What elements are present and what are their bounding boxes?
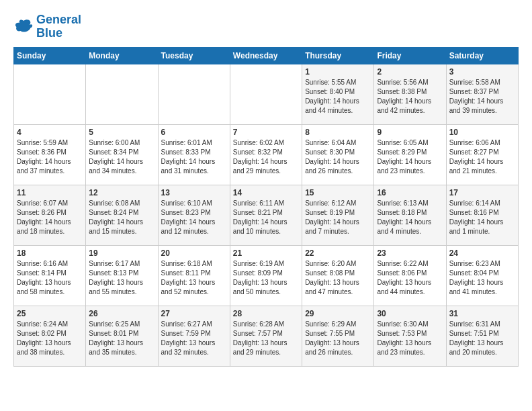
day-info: Sunrise: 6:08 AM Sunset: 8:24 PM Dayligh… <box>89 199 154 236</box>
calendar-cell: 5Sunrise: 6:00 AM Sunset: 8:34 PM Daylig… <box>86 124 158 185</box>
day-number: 28 <box>233 309 299 318</box>
calendar-cell: 28Sunrise: 6:28 AM Sunset: 7:57 PM Dayli… <box>230 306 302 366</box>
day-info: Sunrise: 6:30 AM Sunset: 7:53 PM Dayligh… <box>377 320 443 357</box>
calendar-cell: 10Sunrise: 6:06 AM Sunset: 8:27 PM Dayli… <box>446 124 518 185</box>
day-info: Sunrise: 6:13 AM Sunset: 8:18 PM Dayligh… <box>377 199 443 236</box>
calendar-body: 1Sunrise: 5:55 AM Sunset: 8:40 PM Daylig… <box>14 64 519 366</box>
calendar-cell <box>158 64 230 124</box>
calendar-cell: 9Sunrise: 6:05 AM Sunset: 8:29 PM Daylig… <box>374 124 446 185</box>
calendar-cell: 1Sunrise: 5:55 AM Sunset: 8:40 PM Daylig… <box>302 64 374 124</box>
day-info: Sunrise: 6:19 AM Sunset: 8:09 PM Dayligh… <box>233 259 299 297</box>
calendar-cell: 18Sunrise: 6:16 AM Sunset: 8:14 PM Dayli… <box>14 245 86 306</box>
calendar-cell: 7Sunrise: 6:02 AM Sunset: 8:32 PM Daylig… <box>230 124 302 185</box>
day-number: 27 <box>161 309 227 318</box>
calendar-cell: 16Sunrise: 6:13 AM Sunset: 8:18 PM Dayli… <box>374 185 446 245</box>
day-info: Sunrise: 6:18 AM Sunset: 8:11 PM Dayligh… <box>161 259 227 297</box>
day-number: 30 <box>377 309 443 318</box>
day-info: Sunrise: 6:22 AM Sunset: 8:06 PM Dayligh… <box>377 259 443 297</box>
day-number: 4 <box>17 128 83 137</box>
calendar-cell: 3Sunrise: 5:58 AM Sunset: 8:37 PM Daylig… <box>446 64 518 124</box>
day-info: Sunrise: 6:24 AM Sunset: 8:02 PM Dayligh… <box>17 320 83 357</box>
day-info: Sunrise: 6:20 AM Sunset: 8:08 PM Dayligh… <box>305 259 371 297</box>
day-info: Sunrise: 6:29 AM Sunset: 7:55 PM Dayligh… <box>305 320 371 357</box>
day-info: Sunrise: 6:27 AM Sunset: 7:59 PM Dayligh… <box>161 320 227 357</box>
day-info: Sunrise: 6:25 AM Sunset: 8:01 PM Dayligh… <box>89 320 154 357</box>
day-number: 12 <box>89 188 154 197</box>
calendar-cell: 2Sunrise: 5:56 AM Sunset: 8:38 PM Daylig… <box>374 64 446 124</box>
day-info: Sunrise: 6:11 AM Sunset: 8:21 PM Dayligh… <box>233 199 299 236</box>
calendar-cell: 21Sunrise: 6:19 AM Sunset: 8:09 PM Dayli… <box>230 245 302 306</box>
day-number: 31 <box>449 309 515 318</box>
calendar-header-saturday: Saturday <box>446 47 518 64</box>
calendar-cell: 4Sunrise: 5:59 AM Sunset: 8:36 PM Daylig… <box>14 124 86 185</box>
day-info: Sunrise: 6:04 AM Sunset: 8:30 PM Dayligh… <box>305 138 371 176</box>
day-info: Sunrise: 6:17 AM Sunset: 8:13 PM Dayligh… <box>89 259 154 297</box>
day-info: Sunrise: 5:55 AM Sunset: 8:40 PM Dayligh… <box>305 78 371 116</box>
calendar-week-row: 25Sunrise: 6:24 AM Sunset: 8:02 PM Dayli… <box>14 306 519 366</box>
day-number: 2 <box>377 67 443 77</box>
day-number: 18 <box>17 248 83 258</box>
calendar-cell: 29Sunrise: 6:29 AM Sunset: 7:55 PM Dayli… <box>302 306 374 366</box>
calendar-table: SundayMondayTuesdayWednesdayThursdayFrid… <box>13 47 519 367</box>
calendar-cell: 11Sunrise: 6:07 AM Sunset: 8:26 PM Dayli… <box>14 185 86 245</box>
day-info: Sunrise: 6:01 AM Sunset: 8:33 PM Dayligh… <box>161 138 227 176</box>
calendar-header-friday: Friday <box>374 47 446 64</box>
calendar-cell: 26Sunrise: 6:25 AM Sunset: 8:01 PM Dayli… <box>86 306 158 366</box>
calendar-cell <box>86 64 158 124</box>
day-number: 23 <box>377 248 443 258</box>
calendar-cell: 25Sunrise: 6:24 AM Sunset: 8:02 PM Dayli… <box>14 306 86 366</box>
day-info: Sunrise: 6:14 AM Sunset: 8:16 PM Dayligh… <box>449 199 515 236</box>
day-number: 13 <box>161 188 227 197</box>
calendar-cell: 27Sunrise: 6:27 AM Sunset: 7:59 PM Dayli… <box>158 306 230 366</box>
calendar-cell <box>230 64 302 124</box>
calendar-cell: 17Sunrise: 6:14 AM Sunset: 8:16 PM Dayli… <box>446 185 518 245</box>
day-info: Sunrise: 6:07 AM Sunset: 8:26 PM Dayligh… <box>17 199 83 236</box>
day-info: Sunrise: 6:16 AM Sunset: 8:14 PM Dayligh… <box>17 259 83 297</box>
calendar-week-row: 4Sunrise: 5:59 AM Sunset: 8:36 PM Daylig… <box>14 124 519 185</box>
calendar-header-sunday: Sunday <box>14 47 86 64</box>
day-number: 11 <box>17 188 83 197</box>
day-number: 6 <box>161 128 227 137</box>
calendar-header-tuesday: Tuesday <box>158 47 230 64</box>
day-info: Sunrise: 6:06 AM Sunset: 8:27 PM Dayligh… <box>449 138 515 176</box>
day-number: 24 <box>449 248 515 258</box>
day-number: 17 <box>449 188 515 197</box>
day-number: 7 <box>233 128 299 137</box>
day-info: Sunrise: 6:31 AM Sunset: 7:51 PM Dayligh… <box>449 320 515 357</box>
day-info: Sunrise: 6:12 AM Sunset: 8:19 PM Dayligh… <box>305 199 371 236</box>
day-info: Sunrise: 5:56 AM Sunset: 8:38 PM Dayligh… <box>377 78 443 116</box>
logo: General Blue <box>13 13 81 40</box>
day-info: Sunrise: 5:58 AM Sunset: 8:37 PM Dayligh… <box>449 78 515 116</box>
calendar-header-row: SundayMondayTuesdayWednesdayThursdayFrid… <box>14 47 519 64</box>
calendar-cell: 12Sunrise: 6:08 AM Sunset: 8:24 PM Dayli… <box>86 185 158 245</box>
calendar-cell: 23Sunrise: 6:22 AM Sunset: 8:06 PM Dayli… <box>374 245 446 306</box>
calendar-cell: 15Sunrise: 6:12 AM Sunset: 8:19 PM Dayli… <box>302 185 374 245</box>
calendar-cell: 24Sunrise: 6:23 AM Sunset: 8:04 PM Dayli… <box>446 245 518 306</box>
calendar-cell: 14Sunrise: 6:11 AM Sunset: 8:21 PM Dayli… <box>230 185 302 245</box>
day-number: 15 <box>305 188 371 197</box>
day-info: Sunrise: 6:28 AM Sunset: 7:57 PM Dayligh… <box>233 320 299 357</box>
calendar-cell: 31Sunrise: 6:31 AM Sunset: 7:51 PM Dayli… <box>446 306 518 366</box>
day-number: 9 <box>377 128 443 137</box>
calendar-cell: 22Sunrise: 6:20 AM Sunset: 8:08 PM Dayli… <box>302 245 374 306</box>
day-number: 1 <box>305 67 371 77</box>
day-number: 8 <box>305 128 371 137</box>
logo-bird-icon <box>13 17 34 37</box>
day-info: Sunrise: 6:10 AM Sunset: 8:23 PM Dayligh… <box>161 199 227 236</box>
day-number: 25 <box>17 309 83 318</box>
day-number: 3 <box>449 67 515 77</box>
day-number: 22 <box>305 248 371 258</box>
calendar-week-row: 1Sunrise: 5:55 AM Sunset: 8:40 PM Daylig… <box>14 64 519 124</box>
calendar-header-wednesday: Wednesday <box>230 47 302 64</box>
day-number: 21 <box>233 248 299 258</box>
day-number: 16 <box>377 188 443 197</box>
day-info: Sunrise: 6:23 AM Sunset: 8:04 PM Dayligh… <box>449 259 515 297</box>
day-info: Sunrise: 6:02 AM Sunset: 8:32 PM Dayligh… <box>233 138 299 176</box>
calendar-week-row: 11Sunrise: 6:07 AM Sunset: 8:26 PM Dayli… <box>14 185 519 245</box>
calendar-cell: 13Sunrise: 6:10 AM Sunset: 8:23 PM Dayli… <box>158 185 230 245</box>
page-header: General Blue <box>13 13 519 40</box>
calendar-cell <box>14 64 86 124</box>
day-number: 14 <box>233 188 299 197</box>
day-number: 26 <box>89 309 154 318</box>
logo-text: General Blue <box>36 13 81 40</box>
